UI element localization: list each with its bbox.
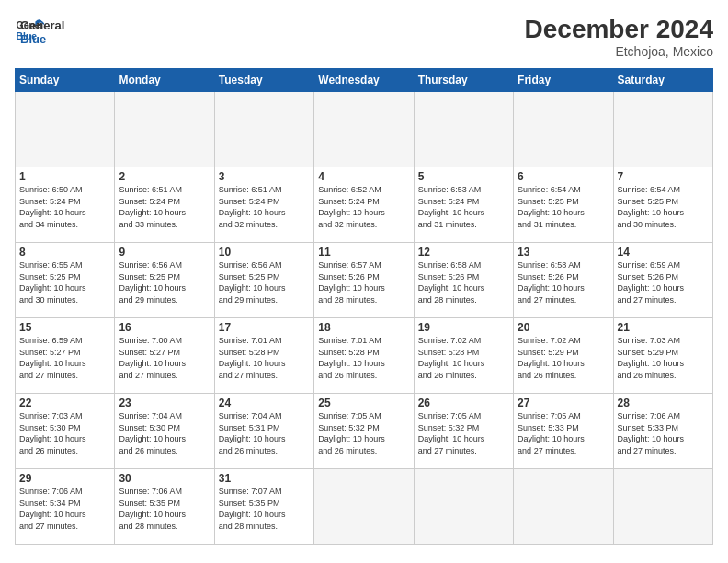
table-row: 5Sunrise: 6:53 AMSunset: 5:24 PMDaylight… [414, 167, 513, 243]
day-info: Sunrise: 7:03 AMSunset: 5:29 PMDaylight:… [618, 335, 709, 381]
day-number: 8 [19, 246, 110, 259]
day-info: Sunrise: 6:54 AMSunset: 5:25 PMDaylight:… [518, 184, 609, 230]
table-row: 31Sunrise: 7:07 AMSunset: 5:35 PMDayligh… [214, 469, 313, 545]
logo: General Blue General Blue [15, 15, 64, 46]
location: Etchojoa, Mexico [525, 44, 713, 59]
calendar-row: 15Sunrise: 6:59 AMSunset: 5:27 PMDayligh… [16, 318, 713, 394]
calendar-row: 8Sunrise: 6:55 AMSunset: 5:25 PMDaylight… [16, 243, 713, 318]
day-number: 27 [518, 396, 609, 409]
day-number: 21 [618, 321, 709, 334]
table-row [214, 92, 313, 167]
table-row [613, 92, 712, 167]
header-saturday: Saturday [613, 69, 712, 92]
header-wednesday: Wednesday [314, 69, 414, 92]
table-row: 29Sunrise: 7:06 AMSunset: 5:34 PMDayligh… [16, 469, 115, 545]
day-info: Sunrise: 6:50 AMSunset: 5:24 PMDaylight:… [19, 184, 110, 230]
day-number: 11 [318, 246, 409, 259]
table-row: 23Sunrise: 7:04 AMSunset: 5:30 PMDayligh… [115, 394, 214, 469]
calendar-row: 29Sunrise: 7:06 AMSunset: 5:34 PMDayligh… [16, 469, 713, 545]
table-row: 26Sunrise: 7:05 AMSunset: 5:32 PMDayligh… [414, 394, 513, 469]
header-friday: Friday [514, 69, 613, 92]
table-row: 21Sunrise: 7:03 AMSunset: 5:29 PMDayligh… [613, 318, 712, 394]
day-info: Sunrise: 7:04 AMSunset: 5:30 PMDaylight:… [119, 410, 210, 456]
table-row [314, 92, 414, 167]
day-number: 13 [518, 246, 609, 259]
table-row [414, 92, 513, 167]
day-number: 4 [318, 170, 409, 183]
table-row [514, 92, 613, 167]
day-number: 30 [119, 472, 210, 485]
day-number: 18 [318, 321, 409, 334]
day-info: Sunrise: 7:06 AMSunset: 5:34 PMDaylight:… [19, 486, 110, 532]
day-number: 24 [219, 396, 310, 409]
table-row: 17Sunrise: 7:01 AMSunset: 5:28 PMDayligh… [214, 318, 313, 394]
table-row [613, 469, 712, 545]
page-container: General Blue General Blue December 2024 … [0, 0, 728, 563]
day-number: 14 [618, 246, 709, 259]
table-row [414, 469, 513, 545]
day-info: Sunrise: 7:02 AMSunset: 5:29 PMDaylight:… [518, 335, 609, 381]
table-row [314, 469, 414, 545]
table-row: 30Sunrise: 7:06 AMSunset: 5:35 PMDayligh… [115, 469, 214, 545]
table-row: 15Sunrise: 6:59 AMSunset: 5:27 PMDayligh… [16, 318, 115, 394]
day-number: 31 [219, 472, 310, 485]
day-info: Sunrise: 7:00 AMSunset: 5:27 PMDaylight:… [119, 335, 210, 381]
day-number: 29 [19, 472, 110, 485]
day-number: 5 [418, 170, 509, 183]
table-row: 10Sunrise: 6:56 AMSunset: 5:25 PMDayligh… [214, 243, 313, 318]
table-row: 20Sunrise: 7:02 AMSunset: 5:29 PMDayligh… [514, 318, 613, 394]
day-info: Sunrise: 7:06 AMSunset: 5:35 PMDaylight:… [119, 486, 210, 532]
logo-line2: Blue [20, 32, 64, 46]
logo-line1: General [20, 18, 64, 32]
day-number: 12 [418, 246, 509, 259]
day-info: Sunrise: 7:05 AMSunset: 5:32 PMDaylight:… [418, 410, 509, 456]
header-thursday: Thursday [414, 69, 513, 92]
day-info: Sunrise: 6:53 AMSunset: 5:24 PMDaylight:… [418, 184, 509, 230]
day-number: 26 [418, 396, 509, 409]
day-info: Sunrise: 6:58 AMSunset: 5:26 PMDaylight:… [418, 259, 509, 305]
table-row [16, 92, 115, 167]
day-number: 23 [119, 396, 210, 409]
page-header: General Blue General Blue December 2024 … [15, 15, 713, 59]
header-tuesday: Tuesday [214, 69, 313, 92]
table-row: 13Sunrise: 6:58 AMSunset: 5:26 PMDayligh… [514, 243, 613, 318]
table-row: 24Sunrise: 7:04 AMSunset: 5:31 PMDayligh… [214, 394, 313, 469]
weekday-header-row: Sunday Monday Tuesday Wednesday Thursday… [16, 69, 713, 92]
table-row: 19Sunrise: 7:02 AMSunset: 5:28 PMDayligh… [414, 318, 513, 394]
day-info: Sunrise: 6:51 AMSunset: 5:24 PMDaylight:… [119, 184, 210, 230]
day-info: Sunrise: 6:54 AMSunset: 5:25 PMDaylight:… [618, 184, 709, 230]
day-number: 2 [119, 170, 210, 183]
day-number: 7 [618, 170, 709, 183]
table-row: 9Sunrise: 6:56 AMSunset: 5:25 PMDaylight… [115, 243, 214, 318]
day-number: 3 [219, 170, 310, 183]
table-row: 8Sunrise: 6:55 AMSunset: 5:25 PMDaylight… [16, 243, 115, 318]
table-row: 7Sunrise: 6:54 AMSunset: 5:25 PMDaylight… [613, 167, 712, 243]
day-info: Sunrise: 7:06 AMSunset: 5:33 PMDaylight:… [618, 410, 709, 456]
day-number: 22 [19, 396, 110, 409]
header-sunday: Sunday [16, 69, 115, 92]
calendar-table: Sunday Monday Tuesday Wednesday Thursday… [15, 68, 713, 545]
day-number: 20 [518, 321, 609, 334]
day-info: Sunrise: 6:57 AMSunset: 5:26 PMDaylight:… [318, 259, 409, 305]
day-number: 19 [418, 321, 509, 334]
calendar-row: 22Sunrise: 7:03 AMSunset: 5:30 PMDayligh… [16, 394, 713, 469]
table-row: 11Sunrise: 6:57 AMSunset: 5:26 PMDayligh… [314, 243, 414, 318]
day-info: Sunrise: 7:05 AMSunset: 5:33 PMDaylight:… [518, 410, 609, 456]
table-row: 25Sunrise: 7:05 AMSunset: 5:32 PMDayligh… [314, 394, 414, 469]
day-info: Sunrise: 7:07 AMSunset: 5:35 PMDaylight:… [219, 486, 310, 532]
day-number: 1 [19, 170, 110, 183]
day-info: Sunrise: 6:55 AMSunset: 5:25 PMDaylight:… [19, 259, 110, 305]
day-info: Sunrise: 6:56 AMSunset: 5:25 PMDaylight:… [219, 259, 310, 305]
day-number: 25 [318, 396, 409, 409]
day-number: 15 [19, 321, 110, 334]
day-info: Sunrise: 7:01 AMSunset: 5:28 PMDaylight:… [219, 335, 310, 381]
table-row: 3Sunrise: 6:51 AMSunset: 5:24 PMDaylight… [214, 167, 313, 243]
table-row: 22Sunrise: 7:03 AMSunset: 5:30 PMDayligh… [16, 394, 115, 469]
day-info: Sunrise: 7:04 AMSunset: 5:31 PMDaylight:… [219, 410, 310, 456]
day-number: 17 [219, 321, 310, 334]
table-row [514, 469, 613, 545]
header-monday: Monday [115, 69, 214, 92]
day-info: Sunrise: 6:58 AMSunset: 5:26 PMDaylight:… [518, 259, 609, 305]
table-row: 4Sunrise: 6:52 AMSunset: 5:24 PMDaylight… [314, 167, 414, 243]
calendar-row: 1Sunrise: 6:50 AMSunset: 5:24 PMDaylight… [16, 167, 713, 243]
